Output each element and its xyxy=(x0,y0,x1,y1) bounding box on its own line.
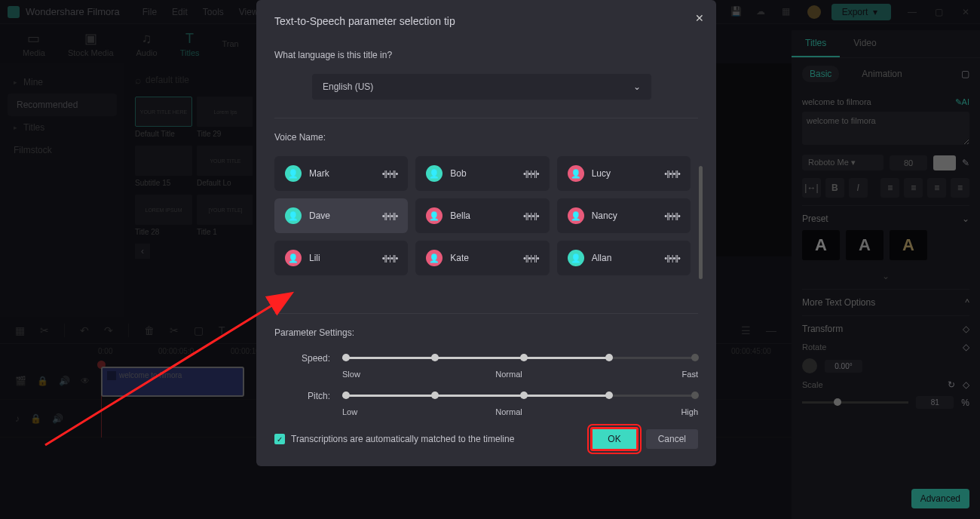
pitch-label: Pitch: xyxy=(274,391,342,401)
waveform-icon: •||•|•||• xyxy=(523,169,539,178)
waveform-icon: •||•|•||• xyxy=(523,253,539,263)
avatar-icon xyxy=(426,165,443,182)
avatar-icon xyxy=(426,250,443,266)
avatar-icon xyxy=(285,165,302,182)
pitch-normal-label: Normal xyxy=(365,407,653,416)
chevron-down-icon: ⌄ xyxy=(633,81,641,92)
voice-grid: Mark•||•|•||• Bob•||•|•||• Lucy•||•|•||•… xyxy=(274,156,698,275)
avatar-icon xyxy=(285,250,302,266)
cancel-button[interactable]: Cancel xyxy=(646,429,698,449)
waveform-icon: •||•|•||• xyxy=(664,169,680,178)
avatar-icon xyxy=(568,165,584,182)
waveform-icon: •||•|•||• xyxy=(664,211,680,220)
avatar-icon xyxy=(426,207,443,224)
speed-fast-label: Fast xyxy=(653,370,698,379)
tts-modal: Text-to-Speech parameter selection tip ✕… xyxy=(256,0,716,466)
pitch-slider[interactable] xyxy=(342,389,698,403)
waveform-icon: •||•|•||• xyxy=(523,211,539,220)
voice-lili[interactable]: Lili•||•|•||• xyxy=(274,241,408,275)
modal-title: Text-to-Speech parameter selection tip xyxy=(274,15,698,27)
voice-scrollbar[interactable] xyxy=(699,166,703,279)
waveform-icon: •||•|•||• xyxy=(382,169,398,178)
ok-button[interactable]: OK xyxy=(590,427,638,451)
voice-allan[interactable]: Allan•||•|•||• xyxy=(557,241,691,275)
transcription-label: Transcriptions are automatically matched… xyxy=(291,434,590,444)
language-question: What language is this title in? xyxy=(274,50,698,60)
waveform-icon: •||•|•||• xyxy=(382,253,398,263)
language-select[interactable]: English (US)⌄ xyxy=(312,74,651,100)
voice-bob[interactable]: Bob•||•|•||• xyxy=(415,156,549,191)
parameter-settings-label: Parameter Settings: xyxy=(274,327,698,338)
transcription-checkbox[interactable]: ✓ xyxy=(274,434,285,444)
waveform-icon: •||•|•||• xyxy=(382,211,398,220)
voice-bella[interactable]: Bella•||•|•||• xyxy=(415,198,549,233)
waveform-icon: •||•|•||• xyxy=(664,253,680,263)
avatar-icon xyxy=(568,207,584,224)
voice-name-label: Voice Name: xyxy=(274,132,698,143)
avatar-icon xyxy=(568,250,584,266)
modal-close-button[interactable]: ✕ xyxy=(695,12,704,24)
voice-nancy[interactable]: Nancy•||•|•||• xyxy=(557,198,691,233)
avatar-icon xyxy=(285,207,302,224)
speed-slider[interactable] xyxy=(342,352,698,365)
voice-dave[interactable]: Dave•||•|•||• xyxy=(274,198,408,233)
pitch-high-label: High xyxy=(653,407,698,416)
speed-label: Speed: xyxy=(274,353,342,364)
voice-kate[interactable]: Kate•||•|•||• xyxy=(415,241,549,275)
speed-normal-label: Normal xyxy=(365,370,653,379)
voice-mark[interactable]: Mark•||•|•||• xyxy=(274,156,408,191)
voice-lucy[interactable]: Lucy•||•|•||• xyxy=(557,156,691,191)
